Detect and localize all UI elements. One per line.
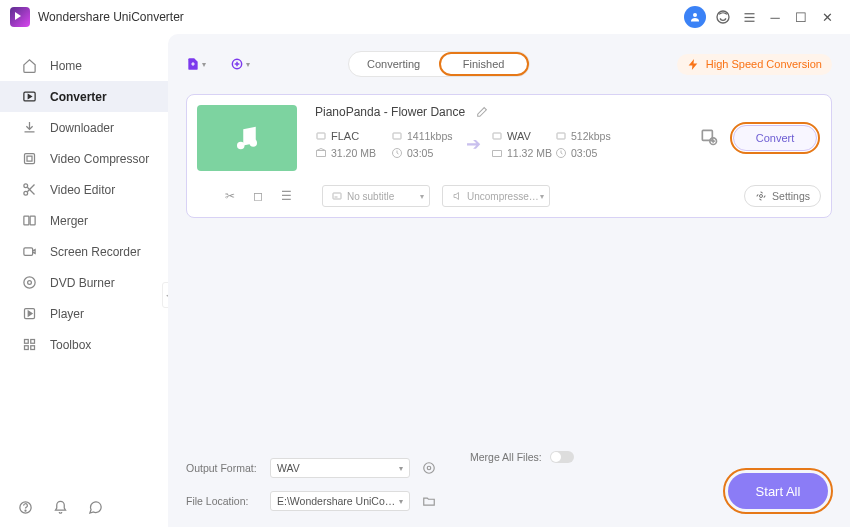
subtitle-icon xyxy=(331,190,343,202)
dst-size: 11.32 MB xyxy=(507,147,552,159)
tab-converting[interactable]: Converting xyxy=(349,52,439,76)
sidebar-item-label: DVD Burner xyxy=(50,276,115,290)
add-url-button[interactable]: ▾ xyxy=(230,53,250,75)
support-icon[interactable] xyxy=(710,4,736,30)
audio-dropdown[interactable]: Uncompresse… ▾ xyxy=(442,185,550,207)
high-speed-badge[interactable]: High Speed Conversion xyxy=(677,54,832,75)
svg-rect-13 xyxy=(30,216,35,225)
crop-icon[interactable]: ◻ xyxy=(253,189,263,203)
sidebar-item-home[interactable]: Home xyxy=(0,50,168,81)
caret-down-icon: ▾ xyxy=(399,464,403,473)
play-icon xyxy=(20,305,38,323)
output-format-settings-icon[interactable] xyxy=(422,461,436,475)
add-file-button[interactable]: ▾ xyxy=(186,53,206,75)
audio-icon xyxy=(451,190,463,202)
dst-format: WAV xyxy=(507,130,531,142)
subtitle-value: No subtitle xyxy=(347,191,394,202)
sidebar-item-editor[interactable]: Video Editor xyxy=(0,174,168,205)
content-area: ▾ ▾ Converting Finished High Speed Conve… xyxy=(168,34,850,527)
sidebar: Home Converter Downloader Video Compress… xyxy=(0,34,168,527)
bell-icon[interactable] xyxy=(53,500,68,515)
sidebar-item-toolbox[interactable]: Toolbox xyxy=(0,329,168,360)
feedback-icon[interactable] xyxy=(88,500,103,515)
close-button[interactable]: ✕ xyxy=(814,4,840,30)
settings-button[interactable]: Settings xyxy=(744,185,821,207)
help-icon[interactable] xyxy=(18,500,33,515)
svg-point-24 xyxy=(25,510,26,511)
sidebar-item-compressor[interactable]: Video Compressor xyxy=(0,143,168,174)
sidebar-item-label: Video Editor xyxy=(50,183,115,197)
file-card: PianoPanda - Flower Dance FLAC 31.20 MB … xyxy=(186,94,832,218)
src-size: 31.20 MB xyxy=(331,147,376,159)
output-format-value: WAV xyxy=(277,462,300,474)
disc-icon xyxy=(20,274,38,292)
svg-marker-18 xyxy=(28,311,32,316)
merge-label: Merge All Files: xyxy=(470,451,542,463)
svg-point-28 xyxy=(237,142,245,150)
open-folder-icon[interactable] xyxy=(422,494,436,508)
sidebar-item-label: Toolbox xyxy=(50,338,91,352)
edit-title-icon[interactable] xyxy=(475,106,488,119)
sidebar-item-downloader[interactable]: Downloader xyxy=(0,112,168,143)
music-note-icon xyxy=(232,123,262,153)
file-thumbnail[interactable] xyxy=(197,105,297,171)
sidebar-item-recorder[interactable]: Screen Recorder xyxy=(0,236,168,267)
svg-rect-38 xyxy=(333,193,341,199)
minimize-button[interactable]: ─ xyxy=(762,4,788,30)
dst-duration: 03:05 xyxy=(571,147,597,159)
sidebar-item-dvd[interactable]: DVD Burner xyxy=(0,267,168,298)
output-preset-button[interactable] xyxy=(699,127,721,149)
dst-bitrate: 512kbps xyxy=(571,130,611,142)
merge-toggle[interactable] xyxy=(550,451,574,463)
subtitle-dropdown[interactable]: No subtitle ▾ xyxy=(322,185,430,207)
sidebar-item-player[interactable]: Player xyxy=(0,298,168,329)
svg-rect-20 xyxy=(30,340,34,344)
toolbar: ▾ ▾ Converting Finished High Speed Conve… xyxy=(168,42,850,86)
file-location-dropdown[interactable]: E:\Wondershare UniConverter ▾ xyxy=(270,491,410,511)
output-format-dropdown[interactable]: WAV ▾ xyxy=(270,458,410,478)
svg-point-29 xyxy=(250,139,258,147)
file-location-label: File Location: xyxy=(186,495,258,507)
start-all-button[interactable]: Start All xyxy=(728,473,828,509)
compressor-icon xyxy=(20,150,38,168)
more-icon[interactable]: ☰ xyxy=(281,189,292,203)
caret-down-icon: ▾ xyxy=(202,60,206,69)
src-duration: 03:05 xyxy=(407,147,433,159)
user-avatar[interactable] xyxy=(684,6,706,28)
sidebar-item-label: Video Compressor xyxy=(50,152,149,166)
caret-down-icon: ▾ xyxy=(540,192,544,201)
svg-point-42 xyxy=(424,463,435,474)
svg-rect-7 xyxy=(24,154,34,164)
sidebar-item-label: Downloader xyxy=(50,121,114,135)
high-speed-label: High Speed Conversion xyxy=(706,58,822,70)
sidebar-item-label: Home xyxy=(50,59,82,73)
svg-point-41 xyxy=(427,466,431,470)
footer-bar: Output Format: WAV ▾ Merge All Files: Fi… xyxy=(168,457,850,527)
toolbox-icon xyxy=(20,336,38,354)
scissors-icon xyxy=(20,181,38,199)
svg-point-9 xyxy=(23,191,27,195)
sidebar-item-label: Converter xyxy=(50,90,107,104)
file-title: PianoPanda - Flower Dance xyxy=(315,105,465,119)
svg-rect-30 xyxy=(317,133,325,139)
svg-rect-31 xyxy=(393,133,401,139)
caret-down-icon: ▾ xyxy=(420,192,424,201)
caret-down-icon: ▾ xyxy=(399,497,403,506)
tab-finished[interactable]: Finished xyxy=(439,52,529,76)
svg-point-40 xyxy=(760,195,763,198)
menu-icon[interactable] xyxy=(736,4,762,30)
sidebar-item-converter[interactable]: Converter xyxy=(0,81,168,112)
audio-value: Uncompresse… xyxy=(467,191,539,202)
home-icon xyxy=(20,57,38,75)
sidebar-item-label: Merger xyxy=(50,214,88,228)
download-icon xyxy=(20,119,38,137)
convert-button[interactable]: Convert xyxy=(733,125,817,151)
sidebar-item-merger[interactable]: Merger xyxy=(0,205,168,236)
svg-rect-19 xyxy=(24,340,28,344)
maximize-button[interactable]: ☐ xyxy=(788,4,814,30)
lightning-icon xyxy=(687,58,700,71)
svg-point-16 xyxy=(27,281,31,285)
settings-label: Settings xyxy=(772,190,810,202)
trim-icon[interactable]: ✂ xyxy=(225,189,235,203)
svg-point-0 xyxy=(693,13,697,17)
